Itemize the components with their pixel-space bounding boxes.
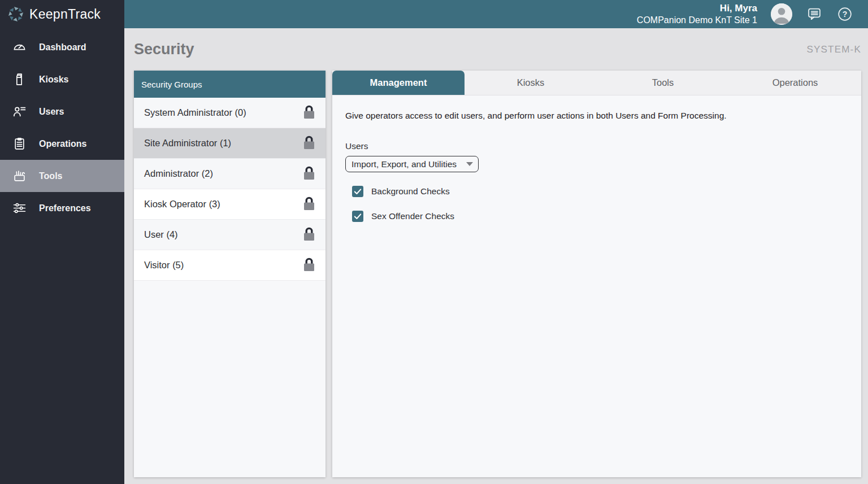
sliders-icon [12, 201, 27, 216]
sidebar-item-dashboard[interactable]: Dashboard [0, 31, 124, 63]
main-area: Hi, Myra COMPanion Demo KnT Site 1 ? [124, 0, 868, 484]
checkbox-label: Sex Offender Checks [371, 211, 454, 221]
page-title: Security [134, 41, 194, 58]
group-label: Visitor (5) [144, 260, 184, 271]
dropdown-value: Import, Export, and Utilities [351, 159, 457, 169]
group-detail-panel: Management Kiosks Tools Operations Give … [332, 71, 861, 477]
system-badge: SYSTEM-K [806, 44, 861, 55]
lock-icon [303, 105, 315, 120]
tab-description: Give operators access to edit users, and… [345, 111, 848, 121]
sidebar-item-kiosks[interactable]: Kiosks [0, 63, 124, 95]
sidebar-item-tools[interactable]: Tools [0, 160, 124, 192]
tab-management[interactable]: Management [332, 71, 465, 95]
tab-kiosks[interactable]: Kiosks [465, 71, 597, 95]
sidebar-item-users[interactable]: Users [0, 95, 124, 128]
user-avatar[interactable] [771, 3, 792, 25]
security-groups-panel: Security Groups System Administrator (0)… [134, 71, 326, 477]
sidebar-item-label: Users [39, 107, 64, 117]
lock-icon [303, 136, 315, 151]
lock-icon [303, 258, 315, 273]
security-group-row-administrator[interactable]: Administrator (2) [134, 159, 326, 189]
group-label: Site Administrator (1) [144, 138, 231, 149]
user-info: Hi, Myra COMPanion Demo KnT Site 1 [637, 2, 757, 27]
sidebar-item-label: Kiosks [39, 75, 68, 85]
sidebar-item-preferences[interactable]: Preferences [0, 192, 124, 224]
users-icon [12, 104, 27, 119]
site-name: COMPanion Demo KnT Site 1 [637, 15, 757, 27]
group-label: System Administrator (0) [144, 107, 246, 118]
security-group-row-system-administrator[interactable]: System Administrator (0) [134, 98, 326, 128]
sidebar-item-label: Dashboard [39, 42, 86, 53]
security-group-row-user[interactable]: User (4) [134, 220, 326, 250]
svg-text:?: ? [843, 10, 848, 19]
security-group-row-site-administrator[interactable]: Site Administrator (1) [134, 128, 326, 159]
sidebar-item-label: Operations [39, 139, 86, 149]
management-tab-content: Give operators access to edit users, and… [332, 95, 861, 237]
sidebar: KeepnTrack Dashboard Kiosks [0, 0, 124, 484]
page-header: Security SYSTEM-K [134, 28, 861, 71]
users-permission-dropdown[interactable]: Import, Export, and Utilities [345, 156, 479, 172]
chevron-down-icon [466, 162, 473, 166]
lock-icon [303, 227, 315, 242]
background-checks-checkbox[interactable] [352, 186, 363, 197]
lock-icon [303, 166, 315, 181]
group-label: Kiosk Operator (3) [144, 199, 220, 210]
sidebar-nav: Dashboard Kiosks Users [0, 28, 124, 224]
kiosk-icon [12, 72, 27, 87]
sidebar-item-label: Preferences [39, 203, 91, 213]
chat-bubble-icon[interactable] [806, 6, 823, 23]
sex-offender-checks-checkbox[interactable] [352, 211, 363, 222]
toolbox-icon [12, 169, 27, 184]
brand-name: KeepnTrack [29, 7, 101, 22]
sidebar-item-label: Tools [39, 171, 62, 181]
user-greeting: Hi, Myra [637, 2, 757, 15]
page-content: Security SYSTEM-K Security Groups System… [124, 28, 868, 484]
checkbox-label: Background Checks [371, 186, 450, 197]
brand-logo: KeepnTrack [0, 0, 124, 28]
background-checks-row: Background Checks [352, 186, 848, 197]
sidebar-item-operations[interactable]: Operations [0, 128, 124, 160]
group-label: User (4) [144, 229, 178, 240]
group-label: Administrator (2) [144, 168, 213, 179]
circular-arrows-logo-icon [7, 6, 24, 23]
security-groups-header: Security Groups [134, 71, 326, 98]
tab-bar: Management Kiosks Tools Operations [332, 71, 861, 95]
lock-icon [303, 197, 315, 212]
panels: Security Groups System Administrator (0)… [134, 71, 861, 477]
clipboard-icon [12, 137, 27, 151]
top-bar: Hi, Myra COMPanion Demo KnT Site 1 ? [124, 0, 868, 28]
users-field-label: Users [345, 141, 848, 151]
tab-tools[interactable]: Tools [597, 71, 729, 95]
help-icon[interactable]: ? [836, 6, 853, 23]
security-group-row-kiosk-operator[interactable]: Kiosk Operator (3) [134, 189, 326, 220]
security-group-row-visitor[interactable]: Visitor (5) [134, 250, 326, 281]
sex-offender-checks-row: Sex Offender Checks [352, 211, 848, 222]
dashboard-gauge-icon [12, 40, 27, 55]
tab-operations[interactable]: Operations [729, 71, 861, 95]
